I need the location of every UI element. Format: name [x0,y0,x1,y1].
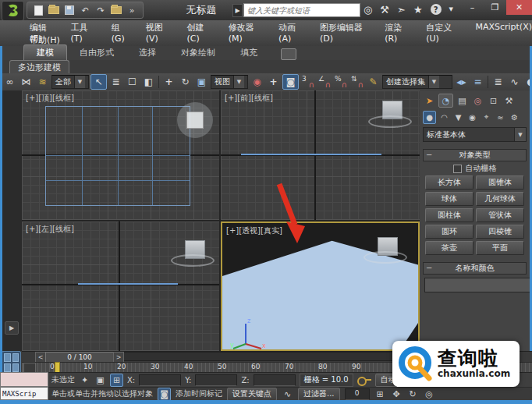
use-pivot-center-icon[interactable]: ◉ [250,75,264,89]
viewport-front-label[interactable]: [+][前][线框] [225,93,273,104]
maxscript-listener-line[interactable] [0,372,48,387]
torus-button[interactable]: 圆环 [425,225,473,239]
plane-object-wireframe[interactable] [45,106,190,206]
redo-icon[interactable]: ↷ [94,5,107,16]
ribbon-tab-object-paint[interactable]: 对象绘制 [168,45,228,60]
menu-create[interactable]: 创建(C) [187,22,214,44]
teapot-button[interactable]: 茶壶 [425,241,473,255]
geosphere-button[interactable]: 几何球体 [476,192,524,206]
angle-snap-icon[interactable]: ∠∩ [317,75,332,89]
menu-group[interactable]: 组(G) [112,22,131,44]
menu-tools[interactable]: 工具(T) [70,22,96,44]
selection-filter-dropdown[interactable]: 全部▼ [51,75,89,89]
create-tab-icon[interactable]: ➤ [423,94,436,107]
helpers-category-icon[interactable]: ⌖ [481,112,492,123]
viewcube[interactable] [177,102,213,138]
plane-button[interactable]: 平面 [476,241,524,255]
percent-snap-icon[interactable]: %∩ [333,75,348,89]
menu-modifiers[interactable]: 修改器(M) [229,22,264,44]
ribbon-tab-selection[interactable]: 选择 [126,45,168,60]
menu-animation[interactable]: 动画(A) [278,22,305,44]
align-icon[interactable]: ≡ [470,75,485,89]
object-name-field[interactable] [424,278,532,292]
help-icon[interactable]: ? [431,4,442,15]
viewport-top[interactable]: [+][顶][线框] [22,90,219,220]
minimize-button[interactable]: – [461,0,484,15]
viewport-left-label[interactable]: [+][左][线框] [26,224,74,235]
new-scene-icon[interactable] [32,5,44,16]
previous-frame-icon[interactable]: < [35,352,46,363]
autogrid-checkbox[interactable] [453,165,462,173]
time-slider-handle[interactable]: 0 / 100 [45,352,114,363]
window-crossing-icon[interactable]: ◧ [141,75,156,89]
utilities-tab-icon[interactable]: ⚒ [502,94,516,107]
x-coordinate-field[interactable] [139,374,181,386]
viewport-left[interactable]: [+][左][线框] [22,221,219,351]
layer-manager-icon[interactable]: ≣ [491,75,505,89]
menu-maxscript[interactable]: MAXScript(X) [475,22,532,44]
project-folder-icon[interactable] [110,5,122,16]
rectangular-selection-region-icon[interactable]: ☐ [125,75,140,89]
select-and-move-icon[interactable]: + [161,75,176,89]
primitive-category-dropdown[interactable]: 标准基本体 ▼ [423,127,527,142]
viewport-front[interactable]: [+][前][线框] [221,90,420,220]
sphere-button[interactable]: 球体 [425,192,473,206]
bind-to-spacewarp-icon[interactable]: ≋ [35,75,50,89]
ribbon-display-icon[interactable] [281,48,296,60]
tube-button[interactable]: 管状体 [476,208,524,222]
geometry-category-icon[interactable]: ● [423,111,436,124]
snaps-toggle-3d-icon[interactable]: 3∩ [300,75,315,89]
unlink-selection-icon[interactable]: ⋈ [19,75,34,89]
mirror-icon[interactable]: ◀▶ [454,75,469,89]
cylinder-button[interactable]: 圆柱体 [425,208,473,222]
zoom-region-icon[interactable]: ◎ [424,388,435,400]
z-coordinate-field[interactable] [254,374,296,386]
cameras-category-icon[interactable]: ◉ [466,112,478,123]
undo-icon[interactable]: ↶ [79,5,91,16]
name-color-rollout[interactable]: − 名称和颜色 [423,262,527,275]
key-filters-curve-icon[interactable]: ∿ [282,388,293,400]
pan-hand-icon[interactable]: ✥ [391,388,403,400]
plane-object-wireframe[interactable] [241,154,381,155]
toolbar-overflow-icon[interactable]: » [126,5,138,16]
search-input[interactable] [244,4,360,16]
ribbon-tab-modeling[interactable]: 建模 [23,44,67,60]
lights-category-icon[interactable]: ▼ [452,112,464,123]
open-file-icon[interactable] [48,5,60,16]
y-coordinate-field[interactable] [195,374,237,386]
systems-category-icon[interactable]: ⚙ [509,112,520,123]
layout-flyout-arrow-icon[interactable]: ▶ [5,321,19,335]
select-and-manipulate-icon[interactable]: + [266,75,281,89]
communication-center-icon[interactable]: ➣ [397,4,406,16]
shapes-category-icon[interactable]: ◠ [438,112,450,123]
named-selection-sets-dropdown[interactable]: 创建选择集▼ [382,75,452,89]
current-frame-field[interactable]: 0 [345,388,370,400]
maximize-button[interactable]: ❐ [484,0,506,15]
spacewarps-category-icon[interactable]: ≈ [495,112,506,123]
menu-graph-editors[interactable]: 图形编辑器(D) [320,22,370,44]
next-frame-icon[interactable]: > [113,352,124,363]
isolate-selection-icon[interactable]: ◙ [158,388,171,401]
key-filters-button[interactable]: 过滤器... [298,388,340,401]
curve-editor-icon[interactable]: ∿ [507,75,522,89]
snaps-toggle-main-icon[interactable]: ◙ [282,74,299,90]
menu-rendering[interactable]: 渲染(R) [385,22,411,44]
search-icon[interactable]: ◎ [364,4,372,16]
box-button[interactable]: 长方体 [425,175,473,190]
add-time-tag[interactable]: 添加时间标记 [176,388,222,399]
workspace-arrow-icon[interactable]: ▶ [232,4,243,17]
favorites-star-icon[interactable]: ★ [413,4,423,16]
close-button[interactable]: ✕ [506,0,532,15]
zoom-extents-icon[interactable]: ⊞ [374,388,386,400]
plane-object-wireframe[interactable] [78,283,178,285]
selection-lock-pin-icon[interactable]: ✦ [79,374,90,386]
polygon-modeling-panel[interactable]: 多边形建模 [9,60,69,74]
select-object-icon[interactable]: ↖ [90,74,107,90]
subscription-wrench-icon[interactable]: ⚒ [380,4,389,16]
pyramid-button[interactable]: 四棱锥 [476,225,524,239]
menu-customize[interactable]: 自定义(U) [426,22,460,44]
select-and-link-icon[interactable]: ∞ [2,75,17,89]
set-key-button[interactable]: 设置关键点 [227,388,277,401]
help-dropdown-icon[interactable]: ▼ [449,6,453,12]
display-tab-icon[interactable]: ⊡ [487,94,500,107]
